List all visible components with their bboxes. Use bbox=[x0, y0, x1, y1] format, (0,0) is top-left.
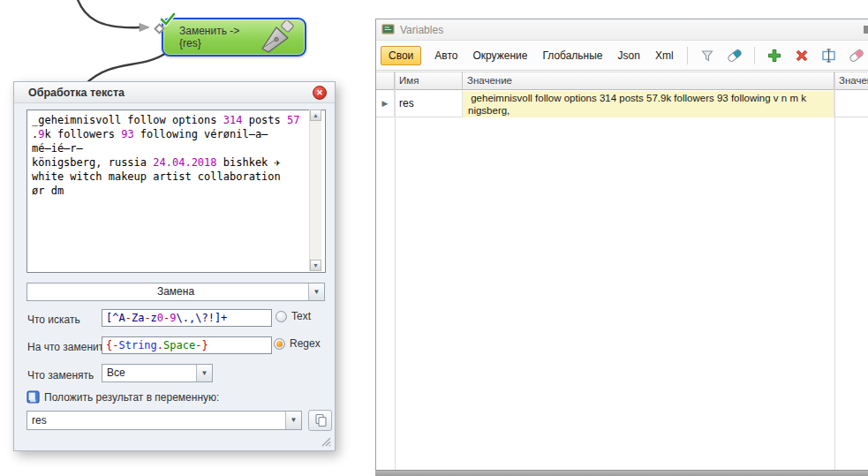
variables-panel-titlebar[interactable]: Variables bbox=[376, 19, 868, 40]
action-node-replace[interactable]: Заменить -> {res} bbox=[162, 18, 306, 57]
arrowhead-icon bbox=[140, 24, 149, 32]
check-icon bbox=[160, 12, 176, 26]
variables-panel-title: Variables bbox=[400, 24, 443, 36]
variable-name-cell[interactable]: res bbox=[395, 90, 463, 117]
window-bottom-edge bbox=[375, 470, 868, 476]
filter-icon[interactable] bbox=[699, 48, 715, 64]
action-select-value: Замена bbox=[157, 285, 194, 298]
mode-regex-label: Regex bbox=[290, 337, 321, 350]
row-indicator-icon: ▶ bbox=[376, 90, 394, 117]
chalkboard-icon bbox=[381, 23, 395, 36]
tab-own-variables[interactable]: Свои bbox=[381, 46, 421, 65]
scope-label: Что заменять bbox=[27, 369, 94, 382]
scroll-down-icon[interactable]: ▼ bbox=[310, 260, 321, 271]
mode-text-label: Text bbox=[291, 310, 311, 322]
save-to-variable-icon bbox=[26, 390, 40, 404]
search-pattern-input[interactable]: [^A-Za-z0-9\.,\?!]+ bbox=[102, 309, 272, 327]
result-variable-select[interactable]: res ▼ bbox=[26, 411, 302, 430]
add-icon[interactable] bbox=[766, 48, 782, 64]
chevron-down-icon[interactable]: ▼ bbox=[285, 412, 301, 429]
header-row-indicator[interactable] bbox=[376, 72, 395, 90]
column-separator bbox=[834, 72, 835, 470]
search-label: Что искать bbox=[27, 314, 80, 326]
source-text-area[interactable]: _geheimnisvoll follow options 314 posts … bbox=[26, 110, 326, 273]
rename-icon[interactable] bbox=[821, 48, 837, 64]
tab-xml[interactable]: Xml bbox=[653, 47, 676, 64]
tab-json[interactable]: Json bbox=[616, 47, 642, 64]
chevron-down-icon[interactable]: ▼ bbox=[308, 283, 324, 300]
tab-environment[interactable]: Окружение bbox=[471, 47, 529, 64]
textarea-scrollbar[interactable]: ▲ ▼ bbox=[309, 110, 321, 271]
variable-value-highlight: geheimnisvoll follow options 314 posts 5… bbox=[463, 91, 834, 117]
app-canvas: Заменить -> {res} Обработка текста ✕ _ge… bbox=[0, 0, 868, 476]
dialog-title: Обработка текста bbox=[14, 87, 125, 99]
resize-grip[interactable] bbox=[320, 435, 331, 447]
radio-off-icon[interactable] bbox=[275, 311, 287, 322]
table-row[interactable]: ▶ res geheimnisvoll follow options 314 p… bbox=[376, 90, 868, 117]
scroll-up-icon[interactable]: ▲ bbox=[310, 110, 321, 121]
toolbar-separator bbox=[754, 47, 755, 64]
variables-toolbar: Свои Авто Окружение Глобальные Json Xml bbox=[376, 40, 868, 71]
variables-panel: Variables Свои Авто Окружение Глобальные… bbox=[375, 19, 868, 470]
copy-icon bbox=[313, 413, 328, 427]
save-to-variable-checkbox[interactable]: Положить результат в переменную: bbox=[26, 390, 219, 404]
delete-icon[interactable] bbox=[794, 48, 810, 64]
column-separator bbox=[395, 72, 396, 470]
header-value-2[interactable]: Значен bbox=[834, 72, 868, 90]
eraser-blue-icon[interactable] bbox=[727, 48, 743, 64]
scope-select[interactable]: Все ▼ bbox=[102, 364, 213, 382]
eraser-pink-icon[interactable] bbox=[849, 48, 864, 64]
tab-auto[interactable]: Авто bbox=[433, 47, 459, 64]
scope-select-value: Все bbox=[107, 366, 125, 379]
header-name[interactable]: Имя bbox=[395, 72, 463, 90]
pen-nib-icon bbox=[257, 20, 296, 54]
outgoing-connection-line bbox=[85, 53, 166, 85]
row-indicator-cell: ▶ bbox=[376, 90, 395, 117]
save-to-variable-label: Положить результат в переменную: bbox=[44, 391, 219, 404]
radio-on-icon[interactable] bbox=[274, 338, 285, 350]
close-icon[interactable]: ✕ bbox=[313, 86, 327, 100]
variable-value-line-1: geheimnisvoll follow options 314 posts 5… bbox=[468, 92, 828, 117]
mode-regex-radio[interactable]: Regex bbox=[274, 337, 321, 350]
pin-icon[interactable] bbox=[864, 26, 868, 34]
text-processing-dialog: Обработка текста ✕ _geheimnisvoll follow… bbox=[13, 81, 336, 451]
mode-text-radio[interactable]: Text bbox=[275, 310, 311, 322]
result-variable-value: res bbox=[32, 414, 47, 427]
replace-label: На что заменить bbox=[27, 341, 109, 353]
replace-value-input[interactable]: {-String.Space-} bbox=[102, 336, 272, 354]
toolbar-separator bbox=[687, 47, 688, 64]
chevron-down-icon[interactable]: ▼ bbox=[196, 365, 212, 382]
variables-table-header: Имя Значение Значен bbox=[376, 72, 868, 90]
header-value[interactable]: Значение bbox=[463, 72, 834, 90]
variable-value-line-2: russia 24.04.2018 bishkek white witch ma… bbox=[468, 117, 828, 117]
variable-value-cell[interactable]: geheimnisvoll follow options 314 posts 5… bbox=[463, 90, 834, 117]
copy-button[interactable] bbox=[308, 410, 332, 431]
dialog-titlebar[interactable]: Обработка текста ✕ bbox=[14, 82, 335, 103]
action-select[interactable]: Замена ▼ bbox=[26, 283, 325, 301]
tab-global[interactable]: Глобальные bbox=[540, 47, 604, 64]
node-label: Заменить -> {res} bbox=[179, 25, 253, 49]
incoming-connection-line bbox=[76, 0, 140, 27]
